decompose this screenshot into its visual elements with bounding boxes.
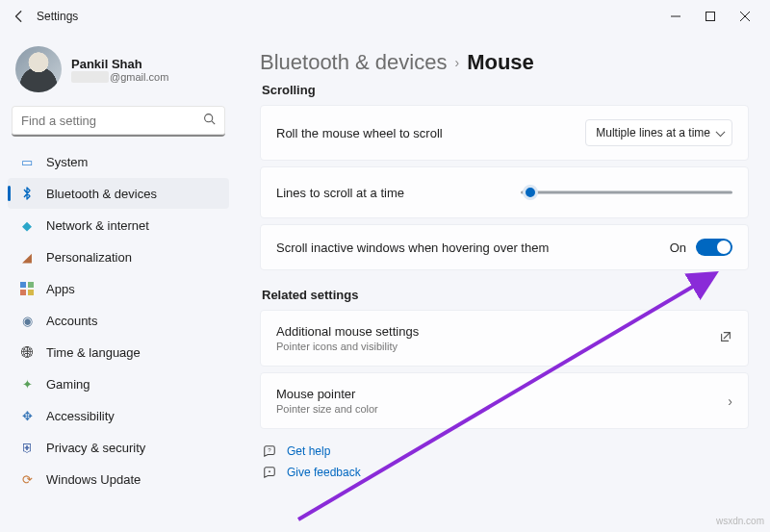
nav-list: ▭System Bluetooth & devices ◆Network & i… [8, 146, 229, 494]
system-icon: ▭ [19, 154, 35, 169]
setting-mouse-pointer[interactable]: Mouse pointer Pointer size and color › [260, 372, 749, 429]
setting-label: Scroll inactive windows when hovering ov… [276, 241, 549, 255]
svg-rect-7 [28, 290, 34, 295]
search-icon [203, 113, 216, 128]
search-input[interactable] [21, 114, 203, 128]
close-button[interactable] [728, 3, 762, 30]
setting-label: Lines to scroll at a time [276, 186, 404, 200]
svg-text:?: ? [268, 446, 271, 453]
give-feedback-link[interactable]: Give feedback [260, 462, 749, 483]
lines-slider[interactable] [521, 181, 732, 204]
setting-label: Mouse pointer [276, 387, 378, 401]
setting-label: Roll the mouse wheel to scroll [276, 126, 443, 140]
personalization-icon: ◢ [19, 249, 35, 265]
back-button[interactable] [8, 5, 31, 28]
sidebar-item-bluetooth-devices[interactable]: Bluetooth & devices [8, 178, 229, 209]
scroll-inactive-toggle[interactable] [696, 239, 732, 256]
network-icon: ◆ [19, 217, 35, 233]
breadcrumb-current: Mouse [467, 50, 534, 75]
search-box[interactable] [12, 106, 225, 137]
content-area: Bluetooth & devices › Mouse Scrolling Ro… [237, 33, 770, 532]
sidebar-item-system[interactable]: ▭System [8, 146, 229, 177]
setting-sublabel: Pointer size and color [276, 403, 378, 415]
watermark: wsxdn.com [716, 516, 764, 526]
roll-wheel-dropdown[interactable]: Multiple lines at a time [585, 119, 732, 146]
setting-lines-to-scroll: Lines to scroll at a time [260, 166, 749, 218]
sidebar-item-network[interactable]: ◆Network & internet [8, 210, 229, 241]
avatar [15, 46, 62, 92]
sidebar-item-personalization[interactable]: ◢Personalization [8, 241, 229, 272]
section-related: Related settings [262, 288, 749, 302]
breadcrumb: Bluetooth & devices › Mouse [260, 50, 749, 75]
svg-rect-6 [20, 290, 26, 295]
setting-sublabel: Pointer icons and visibility [276, 341, 419, 352]
profile[interactable]: Pankil Shah xx@gmail.com [8, 40, 229, 106]
svg-rect-5 [28, 282, 34, 288]
profile-email: xx@gmail.com [71, 71, 168, 83]
update-icon: ⟳ [19, 471, 35, 487]
get-help-link[interactable]: ? Get help [260, 441, 749, 462]
profile-name: Pankil Shah [71, 57, 168, 71]
sidebar-item-apps[interactable]: Apps [8, 273, 229, 304]
setting-roll-wheel: Roll the mouse wheel to scroll Multiple … [260, 105, 749, 161]
title-bar: Settings [0, 0, 770, 33]
accounts-icon: ◉ [19, 313, 35, 328]
sidebar-item-accounts[interactable]: ◉Accounts [8, 305, 229, 336]
privacy-icon: ⛨ [19, 440, 35, 455]
breadcrumb-parent[interactable]: Bluetooth & devices [260, 50, 447, 75]
external-link-icon [719, 330, 732, 346]
bluetooth-icon [19, 186, 35, 201]
window-title: Settings [37, 10, 78, 23]
setting-label: Additional mouse settings [276, 324, 419, 339]
sidebar-item-windows-update[interactable]: ⟳Windows Update [8, 464, 229, 494]
svg-rect-4 [20, 282, 26, 288]
sidebar-item-accessibility[interactable]: ✥Accessibility [8, 400, 229, 431]
svg-point-2 [205, 114, 213, 122]
setting-additional-mouse[interactable]: Additional mouse settings Pointer icons … [260, 310, 749, 367]
help-icon: ? [262, 444, 277, 458]
sidebar-item-privacy-security[interactable]: ⛨Privacy & security [8, 432, 229, 463]
svg-point-9 [269, 470, 270, 472]
chevron-right-icon: › [454, 55, 459, 70]
toggle-state-label: On [670, 241, 686, 255]
chevron-right-icon: › [728, 393, 732, 409]
time-language-icon: 🌐︎ [19, 344, 35, 360]
apps-icon [19, 281, 35, 296]
gaming-icon: ✦ [19, 376, 35, 392]
setting-scroll-inactive: Scroll inactive windows when hovering ov… [260, 224, 749, 270]
section-scrolling: Scrolling [262, 83, 749, 97]
svg-line-3 [212, 121, 215, 124]
maximize-button[interactable] [693, 3, 728, 30]
minimize-button[interactable] [658, 3, 693, 30]
accessibility-icon: ✥ [19, 408, 35, 423]
sidebar-item-gaming[interactable]: ✦Gaming [8, 368, 229, 399]
sidebar-item-time-language[interactable]: 🌐︎Time & language [8, 337, 229, 367]
svg-rect-1 [706, 13, 715, 21]
sidebar: Pankil Shah xx@gmail.com ▭System Bluetoo… [0, 33, 237, 532]
feedback-icon [262, 466, 277, 479]
